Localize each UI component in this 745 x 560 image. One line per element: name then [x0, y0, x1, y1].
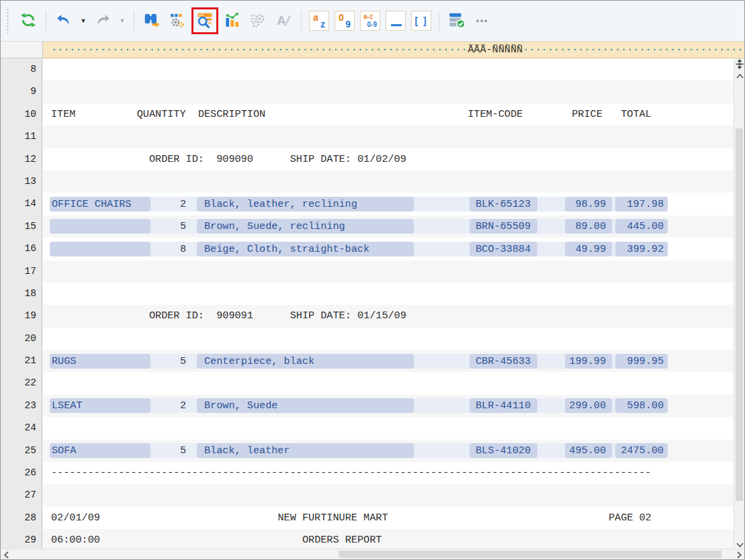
horizontal-scroll-thumb[interactable]	[339, 551, 721, 558]
ruler-corner-spacer	[1, 42, 43, 58]
chevron-left-icon	[4, 551, 9, 559]
scroll-left-button[interactable]	[1, 549, 11, 560]
field-total[interactable]: 2475.00	[615, 443, 668, 458]
field-qty[interactable]: 5	[137, 219, 186, 234]
grid-row: 11	[1, 126, 735, 148]
line-content: ORDER ID: 909090SHIP DATE: 01/02/09	[43, 148, 735, 171]
field-total[interactable]: 399.92	[615, 242, 668, 256]
sort-alpha-button[interactable]: a z	[308, 9, 331, 33]
ruler-row: ········································…	[1, 42, 744, 58]
field-price[interactable]: 98.99	[565, 197, 612, 212]
underscore-button[interactable]	[384, 9, 407, 33]
line-number: 20	[1, 328, 42, 350]
refresh-button[interactable]	[17, 9, 40, 33]
toolbar: ▼ ▼	[1, 1, 744, 42]
field-total[interactable]: 598.00	[615, 398, 668, 413]
field-item[interactable]: RUGS	[50, 354, 150, 369]
undo-icon	[55, 11, 73, 31]
field-total[interactable]: 445.00	[615, 219, 668, 234]
sort-numeric-button[interactable]: 0 9	[333, 9, 356, 33]
text-cell: ----------------------------------------…	[51, 462, 651, 484]
line-number: 13	[1, 171, 42, 193]
line-number: 23	[1, 395, 42, 417]
line-number: 24	[1, 417, 42, 439]
line-content	[43, 171, 735, 193]
field-desc[interactable]: Black, leather, reclining	[197, 197, 414, 212]
field-code[interactable]: CBR-45633	[470, 354, 537, 369]
line-content: 8Beige, Cloth, straight-backBCO-3388449.…	[43, 238, 735, 260]
scroll-right-button[interactable]	[734, 549, 744, 560]
undo-button[interactable]	[52, 9, 75, 33]
line-number: 8	[1, 58, 42, 81]
field-item[interactable]: OFFICE CHAIRS	[50, 197, 150, 212]
more-button[interactable]: •••	[471, 9, 494, 33]
undo-dropdown-button[interactable]: ▼	[78, 9, 89, 33]
field-code[interactable]: BLK-65123	[470, 197, 537, 212]
line-number: 10	[1, 103, 42, 126]
line-number: 17	[1, 261, 42, 283]
line-content: RUGS5Centerpiece, blackCBR-45633199.9999…	[43, 350, 735, 372]
find-options-button[interactable]	[166, 9, 189, 33]
field-price[interactable]: 199.99	[565, 354, 612, 369]
toolbar-separator	[439, 11, 439, 31]
field-qty[interactable]: 5	[137, 443, 186, 458]
sort-alnum-button[interactable]: a-z 0-9	[359, 9, 382, 33]
binoculars-icon	[143, 11, 161, 31]
text-cell: ITEM	[51, 103, 75, 126]
toolbar-grip-handle[interactable]	[6, 8, 10, 34]
brackets-icon: [ ]	[411, 11, 431, 31]
grid-row: 2906:00:00ORDERS REPORT	[1, 529, 735, 550]
field-price[interactable]: 299.00	[565, 398, 612, 413]
line-number: 26	[1, 462, 42, 484]
field-qty[interactable]: 2	[137, 398, 186, 413]
toolbar-separator	[46, 11, 46, 31]
field-price[interactable]: 89.00	[565, 219, 612, 234]
split-pane-handle[interactable]	[734, 58, 745, 69]
line-number: 19	[1, 305, 42, 327]
record-grid: 8910ITEMQUANTITYDESCRIPTIONITEM-CODEPRIC…	[1, 58, 735, 550]
field-desc[interactable]: Centerpiece, black	[197, 354, 414, 369]
database-verify-button[interactable]	[445, 9, 468, 33]
field-price[interactable]: 49.99	[565, 242, 612, 256]
field-code[interactable]: BLR-44110	[470, 398, 537, 413]
line-content: 02/01/09NEW FURTINURE MARTPAGE 02	[43, 507, 735, 529]
vertical-scroll-thumb[interactable]	[736, 128, 743, 501]
gears-icon	[249, 11, 267, 31]
line-content: 5Brown, Suede, recliningBRN-6550989.0044…	[43, 216, 735, 238]
find-options-gear-icon	[169, 11, 186, 31]
field-desc[interactable]: Brown, Suede, reclining	[197, 219, 414, 234]
find-button[interactable]	[140, 9, 163, 33]
brackets-button[interactable]: [ ]	[410, 9, 433, 33]
field-price[interactable]: 495.00	[565, 443, 612, 458]
grid-row: 19ORDER ID: 909091SHIP DATE: 01/15/09	[1, 305, 735, 327]
line-number: 21	[1, 350, 42, 372]
field-item[interactable]: SOFA	[50, 443, 150, 458]
field-desc[interactable]: Beige, Cloth, straight-back	[197, 242, 414, 256]
field-qty[interactable]: 5	[137, 354, 186, 369]
field-desc[interactable]: Brown, Suede	[197, 398, 414, 413]
field-code[interactable]: BRN-65509	[470, 219, 537, 234]
search-report-button[interactable]	[191, 7, 218, 34]
font-edit-icon: A	[275, 11, 292, 31]
field-total[interactable]: 999.95	[615, 354, 668, 369]
field-item[interactable]	[50, 219, 150, 234]
field-desc[interactable]: Black, leather	[197, 443, 414, 458]
field-item[interactable]	[50, 242, 150, 256]
column-ruler[interactable]: ········································…	[43, 42, 744, 58]
text-cell: 06:00:00	[51, 529, 100, 550]
field-code[interactable]: BLS-41020	[470, 443, 537, 458]
grid-row: 8	[1, 58, 735, 81]
field-code[interactable]: BCO-33884	[470, 242, 537, 256]
field-qty[interactable]: 8	[137, 242, 186, 256]
bar-chart-icon	[224, 11, 241, 31]
text-cell: SHIP DATE: 01/15/09	[290, 305, 406, 327]
statistics-button[interactable]	[221, 9, 244, 33]
line-number: 15	[1, 216, 42, 238]
scroll-up-button[interactable]	[734, 71, 745, 81]
ruler-field-label: ÃÃÃ-ÑÑÑÑÑ	[468, 42, 523, 58]
field-total[interactable]: 197.98	[615, 197, 668, 212]
chevron-down-icon: ▼	[120, 18, 126, 24]
field-item[interactable]: LSEAT	[50, 398, 150, 413]
line-number: 18	[1, 283, 42, 305]
field-qty[interactable]: 2	[137, 197, 186, 212]
